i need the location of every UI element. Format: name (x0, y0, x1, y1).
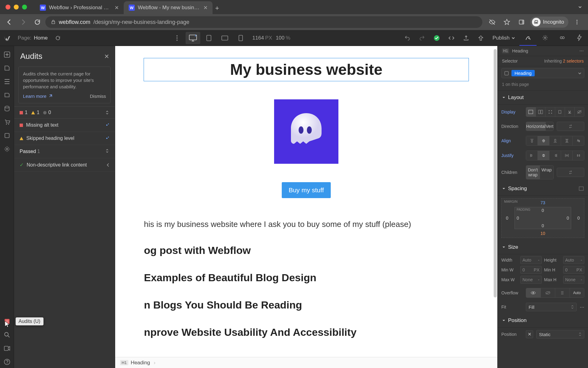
undo-icon[interactable] (400, 30, 415, 46)
macos-min[interactable] (14, 5, 19, 10)
style-tab[interactable] (519, 30, 537, 46)
position-reset[interactable]: ✕ (526, 330, 533, 338)
tab-overflow-icon[interactable] (572, 5, 588, 10)
minw-input[interactable]: 0PX (520, 266, 542, 274)
browser-tab-0[interactable]: W Webflow › Professional Freelan ✕ (35, 1, 124, 14)
ecommerce-icon[interactable] (2, 116, 13, 128)
redo-icon[interactable] (415, 30, 429, 46)
interactions-tab[interactable] (554, 30, 571, 46)
post-heading[interactable]: Examples of Beautiful Blog Design (144, 272, 469, 284)
status-ok-icon[interactable] (429, 30, 444, 46)
layout-section[interactable]: Layout (498, 91, 588, 105)
effects-tab[interactable] (571, 30, 588, 46)
publish-button[interactable]: Publish (488, 30, 519, 46)
export-icon[interactable] (459, 30, 473, 46)
page-name[interactable]: Home (34, 35, 47, 41)
passed-header[interactable]: Passed 1 (14, 145, 115, 158)
assets-icon[interactable] (2, 143, 13, 155)
selector-field[interactable]: Heading (501, 68, 584, 78)
maxw-input[interactable]: None- (520, 276, 542, 284)
kebab-icon[interactable] (571, 16, 583, 28)
browser-tab-1[interactable]: W Webflow - My new business la ✕ (124, 1, 213, 14)
close-tab-icon[interactable]: ✕ (203, 5, 208, 11)
users-icon[interactable] (2, 129, 13, 142)
justify-buttons[interactable] (526, 151, 584, 160)
display-block[interactable] (526, 107, 536, 117)
fit-more-icon[interactable]: ⋯ (580, 304, 584, 310)
display-inline[interactable] (565, 107, 575, 117)
post-heading[interactable]: og post with Webflow (144, 244, 469, 256)
canvas-scrollbar[interactable] (494, 49, 497, 297)
settings-tab[interactable] (537, 30, 554, 46)
locate-icon[interactable] (104, 123, 109, 128)
pages-icon[interactable] (2, 62, 13, 74)
breadcrumb-item[interactable]: H1 Heading (116, 360, 154, 366)
code-icon[interactable] (444, 30, 459, 46)
learn-more-link[interactable]: Learn more (23, 93, 52, 99)
close-panel-icon[interactable]: ✕ (104, 53, 109, 60)
audit-item[interactable]: Skipped heading level (14, 132, 115, 145)
back-button[interactable] (3, 16, 15, 28)
post-heading[interactable]: n Blogs You Should Be Reading (144, 299, 469, 311)
position-select[interactable]: Static (536, 330, 584, 339)
wrap-seg[interactable]: Don't wrap Wrap (526, 165, 554, 179)
hero-heading[interactable]: My business website (144, 58, 469, 81)
locate-icon[interactable] (104, 136, 109, 141)
display-inline-block[interactable] (555, 107, 565, 117)
incognito-badge[interactable]: Incognito (530, 17, 568, 28)
breakpoint-landscape[interactable] (217, 32, 232, 44)
logo-image[interactable] (274, 99, 338, 164)
chevron-down-icon[interactable] (578, 71, 582, 75)
close-tab-icon[interactable]: ✕ (115, 5, 119, 11)
overflow-auto[interactable]: Auto (570, 288, 584, 297)
webflow-logo[interactable] (0, 30, 14, 46)
fit-select[interactable]: Fill (526, 303, 577, 311)
spacing-section[interactable]: Spacing (498, 182, 588, 196)
height-input[interactable]: Auto- (563, 256, 585, 264)
new-tab-button[interactable]: + (213, 4, 222, 14)
expand-icon[interactable] (105, 149, 109, 153)
breakpoint-desktop[interactable] (186, 32, 200, 44)
display-buttons[interactable] (526, 107, 584, 117)
reload-button[interactable] (31, 16, 43, 28)
display-none[interactable] (575, 107, 584, 117)
inheriting-link[interactable]: 2 selectors (563, 59, 584, 63)
display-flex[interactable] (536, 107, 546, 117)
cta-button[interactable]: Buy my stuff (282, 182, 330, 198)
refresh-preview-icon[interactable] (53, 33, 63, 43)
breakpoint-menu-icon[interactable] (170, 30, 184, 46)
overflow-hidden[interactable] (541, 288, 556, 297)
canvas-dimensions[interactable]: 1164 PX 100 % (249, 35, 293, 41)
direction-reverse[interactable] (557, 122, 585, 131)
selector-tag[interactable]: Heading (511, 70, 535, 76)
breakpoint-tablet[interactable] (202, 32, 216, 44)
maxh-input[interactable]: None- (563, 276, 585, 284)
audit-item[interactable]: Missing alt text (14, 119, 115, 132)
align-buttons[interactable] (526, 136, 584, 146)
eye-off-icon[interactable] (486, 16, 498, 28)
help-icon[interactable] (2, 356, 13, 368)
forward-button[interactable] (17, 16, 29, 28)
post-heading[interactable]: nprove Website Usability And Accessibili… (144, 326, 469, 338)
side-panel-icon[interactable] (515, 16, 528, 28)
star-icon[interactable] (501, 16, 513, 28)
passed-item[interactable]: ✓Non-descriptive link content (14, 158, 115, 172)
direction-seg[interactable]: Horizontal Vertical (526, 122, 554, 131)
width-input[interactable]: Auto- (520, 256, 542, 264)
add-element-icon[interactable] (2, 48, 13, 61)
share-icon[interactable] (473, 30, 488, 46)
canvas[interactable]: My business website Buy my stuff his is … (115, 46, 497, 368)
search-icon[interactable] (2, 329, 13, 341)
expand-icon[interactable] (105, 110, 109, 115)
minh-input[interactable]: 0PX (563, 266, 585, 274)
cms-icon[interactable] (2, 102, 13, 115)
audits-summary[interactable]: 1 1 0 (14, 106, 115, 119)
size-section[interactable]: Size (498, 240, 588, 254)
navigator-icon[interactable] (2, 75, 13, 88)
video-icon[interactable] (2, 342, 13, 355)
dismiss-button[interactable]: Dismiss (90, 93, 106, 99)
url-field[interactable]: webflow.com/design/my-new-business-landi… (45, 16, 482, 28)
macos-max[interactable] (22, 5, 27, 10)
spacing-expand-icon[interactable] (579, 186, 584, 191)
more-icon[interactable]: ⋯ (579, 48, 584, 53)
